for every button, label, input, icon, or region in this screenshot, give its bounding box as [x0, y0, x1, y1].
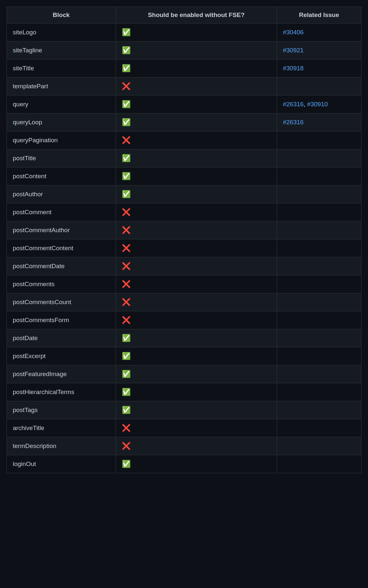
check-icon: ✅: [116, 95, 277, 113]
check-icon: ✅: [116, 24, 277, 42]
check-icon: ✅: [116, 365, 277, 383]
cross-icon: ❌: [116, 311, 277, 329]
table-row: postContent✅: [7, 167, 361, 185]
cross-icon: ❌: [116, 437, 277, 455]
related-issue-cell: [277, 275, 361, 293]
related-issue-cell: #30921: [277, 42, 361, 60]
related-issue-cell: [277, 347, 361, 365]
table-row: postComments❌: [7, 275, 361, 293]
table-row: queryPagination❌: [7, 131, 361, 149]
related-issue-cell: [277, 239, 361, 257]
issue-link[interactable]: #30921: [283, 47, 304, 54]
block-name: queryLoop: [7, 113, 116, 131]
table-row: siteTagline✅#30921: [7, 42, 361, 60]
related-issue-cell: [277, 437, 361, 455]
block-name: postTags: [7, 401, 116, 419]
block-name: postCommentsForm: [7, 311, 116, 329]
related-issue-cell: #30918: [277, 60, 361, 78]
table-row: postTitle✅: [7, 149, 361, 167]
header-issue: Related Issue: [277, 7, 361, 24]
cross-icon: ❌: [116, 239, 277, 257]
block-name: postContent: [7, 167, 116, 185]
table-row: siteLogo✅#30406: [7, 24, 361, 42]
block-name: postCommentContent: [7, 239, 116, 257]
header-enabled: Should be enabled without FSE?: [116, 7, 277, 24]
table-header-row: Block Should be enabled without FSE? Rel…: [7, 7, 361, 24]
table-row: postDate✅: [7, 329, 361, 347]
cross-icon: ❌: [116, 275, 277, 293]
table-row: query✅#26316, #30910: [7, 95, 361, 113]
check-icon: ✅: [116, 401, 277, 419]
block-name: postCommentDate: [7, 257, 116, 275]
related-issue-cell: [277, 419, 361, 437]
related-issue-cell: [277, 185, 361, 203]
related-issue-cell: [277, 293, 361, 311]
block-name: siteTagline: [7, 42, 116, 60]
check-icon: ✅: [116, 455, 277, 473]
table-row: postExcerpt✅: [7, 347, 361, 365]
table-row: postCommentDate❌: [7, 257, 361, 275]
check-icon: ✅: [116, 347, 277, 365]
related-issue-cell: [277, 401, 361, 419]
issue-link[interactable]: #26316: [283, 119, 304, 126]
block-name: postAuthor: [7, 185, 116, 203]
issue-link[interactable]: #30406: [283, 29, 304, 36]
block-name: postCommentsCount: [7, 293, 116, 311]
related-issue-cell: [277, 365, 361, 383]
check-icon: ✅: [116, 60, 277, 78]
block-name: termDescription: [7, 437, 116, 455]
block-name: queryPagination: [7, 131, 116, 149]
issue-link[interactable]: #30910: [307, 101, 328, 108]
check-icon: ✅: [116, 329, 277, 347]
table-row: queryLoop✅#26316: [7, 113, 361, 131]
block-name: postDate: [7, 329, 116, 347]
related-issue-cell: [277, 311, 361, 329]
related-issue-cell: [277, 131, 361, 149]
related-issue-cell: [277, 329, 361, 347]
cross-icon: ❌: [116, 419, 277, 437]
related-issue-cell: #26316: [277, 113, 361, 131]
table-row: archiveTitle❌: [7, 419, 361, 437]
block-name: loginOut: [7, 455, 116, 473]
block-name: postHierarchicalTerms: [7, 383, 116, 401]
related-issue-cell: #30406: [277, 24, 361, 42]
issue-link[interactable]: #30918: [283, 65, 304, 72]
blocks-table: Block Should be enabled without FSE? Rel…: [7, 7, 361, 473]
header-block: Block: [7, 7, 116, 24]
block-name: postCommentAuthor: [7, 221, 116, 239]
table-row: postTags✅: [7, 401, 361, 419]
related-issue-cell: [277, 455, 361, 473]
related-issue-cell: [277, 149, 361, 167]
block-name: templatePart: [7, 78, 116, 95]
table-row: templatePart❌: [7, 78, 361, 95]
table-row: postCommentContent❌: [7, 239, 361, 257]
cross-icon: ❌: [116, 203, 277, 221]
table-row: siteTitle✅#30918: [7, 60, 361, 78]
table-row: postFeaturedImage✅: [7, 365, 361, 383]
table-row: postCommentAuthor❌: [7, 221, 361, 239]
cross-icon: ❌: [116, 221, 277, 239]
table-row: postHierarchicalTerms✅: [7, 383, 361, 401]
table-row: postAuthor✅: [7, 185, 361, 203]
table-row: postCommentsCount❌: [7, 293, 361, 311]
check-icon: ✅: [116, 42, 277, 60]
cross-icon: ❌: [116, 257, 277, 275]
block-name: postTitle: [7, 149, 116, 167]
issue-link[interactable]: #26316: [283, 101, 304, 108]
block-name: postComment: [7, 203, 116, 221]
table-row: loginOut✅: [7, 455, 361, 473]
block-name: query: [7, 95, 116, 113]
block-name: siteLogo: [7, 24, 116, 42]
table-row: postCommentsForm❌: [7, 311, 361, 329]
block-name: postExcerpt: [7, 347, 116, 365]
block-name: archiveTitle: [7, 419, 116, 437]
check-icon: ✅: [116, 149, 277, 167]
cross-icon: ❌: [116, 78, 277, 95]
related-issue-cell: #26316, #30910: [277, 95, 361, 113]
related-issue-cell: [277, 167, 361, 185]
check-icon: ✅: [116, 167, 277, 185]
check-icon: ✅: [116, 113, 277, 131]
cross-icon: ❌: [116, 131, 277, 149]
related-issue-cell: [277, 257, 361, 275]
block-name: postComments: [7, 275, 116, 293]
